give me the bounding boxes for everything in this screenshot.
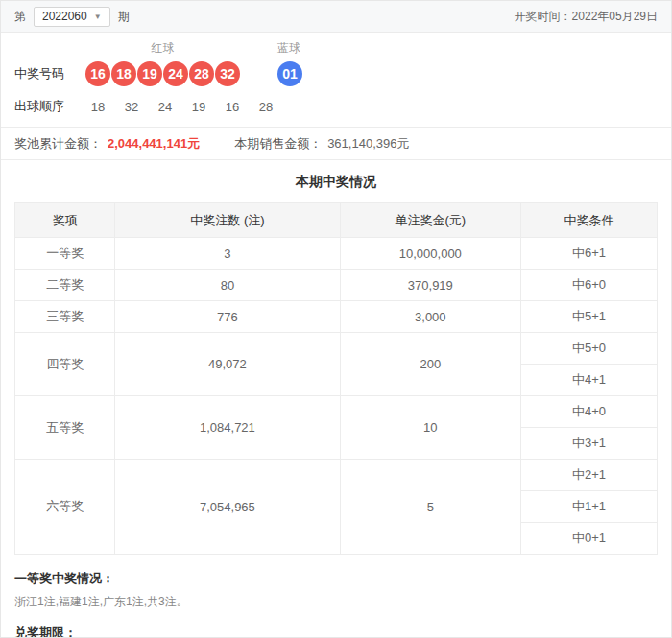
condition-cell: 中5+0 [521, 333, 658, 365]
draw-time-label: 开奖时间： [515, 10, 572, 23]
col-header-amount: 单注奖金(元) [340, 203, 521, 238]
prize-cell: 二等奖 [15, 270, 115, 301]
sales-amount-value: 361,140,396元 [327, 135, 409, 153]
pool-amount-value: 2,044,441,141元 [108, 135, 200, 153]
table-row: 二等奖 80 370,919 中6+0 [15, 270, 658, 301]
red-ball: 19 [137, 61, 162, 86]
red-ball: 28 [189, 61, 214, 86]
prize-table: 奖项 中奖注数 (注) 单注奖金(元) 中奖条件 一等奖 3 10,000,00… [14, 202, 658, 555]
count-cell: 49,072 [115, 333, 340, 396]
draw-time-value: 2022年05月29日 [572, 10, 658, 23]
count-cell: 776 [115, 301, 340, 333]
amount-cell: 3,000 [340, 301, 521, 333]
prize-cell: 四等奖 [15, 333, 115, 396]
period-select[interactable]: 2022060 ▼ [34, 7, 110, 27]
count-cell: 3 [115, 238, 340, 270]
condition-cell: 中5+1 [521, 301, 658, 333]
draw-order-number: 28 [253, 100, 278, 114]
condition-cell: 中4+0 [521, 396, 658, 428]
draw-order-number: 18 [85, 100, 110, 114]
sales-amount-label: 本期销售金额： [234, 135, 322, 153]
notes-section: 一等奖中奖情况： 浙江1注,福建1注,广东1注,共3注。 兑奖期限： 双色球兑奖… [1, 555, 671, 638]
lottery-result-panel: 第 2022060 ▼ 期 开奖时间：2022年05月29日 红球 蓝球 中奖号… [0, 0, 672, 638]
draw-order-number: 24 [153, 100, 178, 114]
red-ball: 18 [111, 61, 136, 86]
col-header-prize: 奖项 [15, 203, 115, 238]
col-header-condition: 中奖条件 [521, 203, 658, 238]
red-ball: 32 [215, 61, 240, 86]
count-cell: 80 [115, 270, 340, 301]
red-ball-group-label: 红球 [85, 40, 240, 57]
amount-cell: 10 [340, 396, 521, 460]
topbar: 第 2022060 ▼ 期 开奖时间：2022年05月29日 [1, 1, 671, 33]
red-ball: 16 [85, 61, 110, 86]
prize-cell: 六等奖 [15, 460, 115, 555]
condition-cell: 中0+1 [521, 523, 658, 555]
draw-order-number: 32 [119, 100, 144, 114]
prize-table-title: 本期中奖情况 [14, 174, 658, 191]
ball-list: 16 18 19 24 28 32 01 [85, 61, 302, 86]
period-suffix-label: 期 [118, 9, 130, 25]
first-prize-note-body: 浙江1注,福建1注,广东1注,共3注。 [14, 593, 658, 610]
blue-ball: 01 [277, 61, 302, 86]
prize-table-header-row: 奖项 中奖注数 (注) 单注奖金(元) 中奖条件 [15, 203, 658, 238]
winning-numbers-section: 红球 蓝球 中奖号码 16 18 19 24 28 32 01 出球顺序 18 … [1, 33, 671, 127]
period-select-value: 2022060 [42, 10, 87, 23]
prize-table-section: 本期中奖情况 奖项 中奖注数 (注) 单注奖金(元) 中奖条件 一等奖 3 10… [1, 160, 671, 555]
ball-group-labels: 红球 蓝球 [14, 40, 658, 56]
first-prize-note-title: 一等奖中奖情况： [14, 570, 658, 587]
amount-cell: 5 [340, 460, 521, 555]
amount-cell: 370,919 [340, 270, 521, 301]
draw-order-number: 19 [186, 100, 211, 114]
draw-order-label: 出球顺序 [14, 98, 85, 115]
chevron-down-icon: ▼ [94, 12, 102, 21]
table-row: 六等奖 7,054,965 5 中2+1 [15, 460, 658, 491]
condition-cell: 中4+1 [521, 365, 658, 396]
draw-time: 开奖时间：2022年05月29日 [515, 9, 658, 25]
prize-cell: 三等奖 [15, 301, 115, 333]
amount-cell: 10,000,000 [340, 238, 521, 270]
condition-cell: 中3+1 [521, 428, 658, 460]
redeem-note-title: 兑奖期限： [14, 625, 658, 638]
period-selector-group: 第 2022060 ▼ 期 [14, 7, 130, 27]
count-cell: 1,084,721 [115, 396, 340, 460]
count-cell: 7,054,965 [115, 460, 340, 555]
table-row: 一等奖 3 10,000,000 中6+1 [15, 238, 658, 270]
col-header-count: 中奖注数 (注) [115, 203, 340, 238]
red-ball: 24 [163, 61, 188, 86]
winning-numbers-label: 中奖号码 [14, 65, 85, 83]
blue-ball-group-label: 蓝球 [276, 40, 301, 57]
prize-cell: 一等奖 [15, 238, 115, 270]
draw-order-row: 出球顺序 18 32 24 19 16 28 [14, 98, 658, 115]
amounts-row: 奖池累计金额： 2,044,441,141元 本期销售金额： 361,140,3… [1, 127, 671, 160]
condition-cell: 中1+1 [521, 491, 658, 523]
condition-cell: 中6+0 [521, 270, 658, 301]
pool-amount-label: 奖池累计金额： [14, 135, 102, 153]
prize-cell: 五等奖 [15, 396, 115, 460]
condition-cell: 中6+1 [521, 238, 658, 270]
period-prefix-label: 第 [14, 9, 26, 25]
table-row: 四等奖 49,072 200 中5+0 [15, 333, 658, 365]
amount-cell: 200 [340, 333, 521, 396]
condition-cell: 中2+1 [521, 460, 658, 491]
table-row: 五等奖 1,084,721 10 中4+0 [15, 396, 658, 428]
table-row: 三等奖 776 3,000 中5+1 [15, 301, 658, 333]
draw-order-number: 16 [220, 100, 245, 114]
winning-numbers-row: 中奖号码 16 18 19 24 28 32 01 [14, 61, 658, 86]
